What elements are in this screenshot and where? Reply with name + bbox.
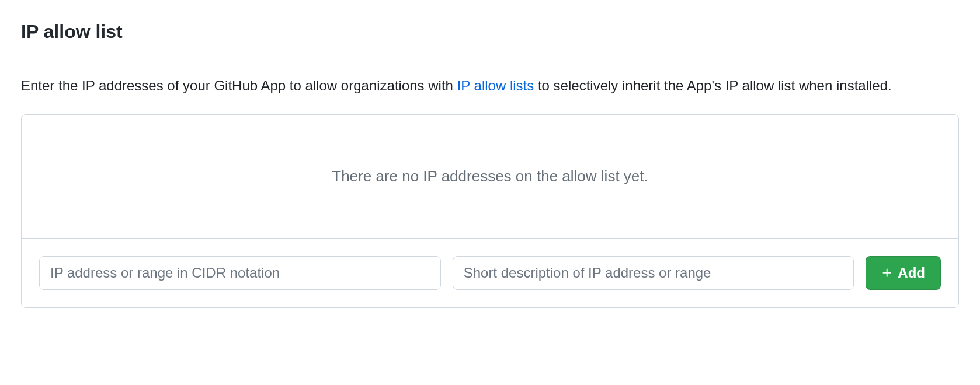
ip-allow-lists-link[interactable]: IP allow lists <box>457 78 534 93</box>
section-description: Enter the IP addresses of your GitHub Ap… <box>21 75 959 97</box>
ip-description-input[interactable] <box>453 256 854 290</box>
plus-icon <box>881 267 893 279</box>
ip-allow-list-panel: There are no IP addresses on the allow l… <box>21 114 959 308</box>
section-title: IP allow list <box>21 21 959 51</box>
description-prefix: Enter the IP addresses of your GitHub Ap… <box>21 78 457 93</box>
description-suffix: to selectively inherit the App's IP allo… <box>534 78 891 93</box>
add-ip-form: Add <box>22 238 958 307</box>
add-button-label: Add <box>898 265 925 281</box>
ip-address-input[interactable] <box>39 256 441 290</box>
add-button[interactable]: Add <box>866 256 941 290</box>
empty-state-message: There are no IP addresses on the allow l… <box>22 115 958 238</box>
